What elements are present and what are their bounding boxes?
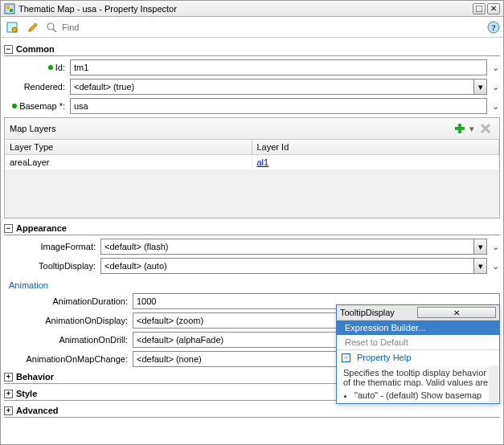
chevron-down-icon[interactable]: ⌄ bbox=[490, 82, 500, 92]
help-button[interactable]: ? bbox=[487, 21, 500, 34]
collapse-icon: − bbox=[4, 224, 13, 233]
collapse-icon: − bbox=[342, 353, 350, 362]
map-layers-table: Layer Type Layer Id areaLayer al1 bbox=[5, 140, 499, 169]
label-animationonmapchange: AnimationOnMapChange: bbox=[26, 354, 128, 364]
window-title: Thematic Map - usa - Property Inspector bbox=[18, 4, 471, 14]
popup-title-text: TooltipDisplay bbox=[340, 308, 417, 317]
cell-layer-type: areaLayer bbox=[5, 155, 252, 169]
map-layers-title: Map Layers bbox=[10, 124, 449, 133]
label-tooltipdisplay: TooltipDisplay: bbox=[39, 261, 96, 271]
section-appearance-header[interactable]: − Appearance bbox=[4, 222, 500, 235]
basemap-input[interactable]: usa bbox=[70, 98, 487, 114]
toolbar: ? bbox=[1, 17, 503, 38]
dropdown-arrow-icon[interactable]: ▾ bbox=[473, 239, 486, 254]
collapse-icon: − bbox=[4, 45, 13, 54]
row-id: Id: tm1 ⌄ bbox=[4, 59, 500, 76]
dropdown-arrow-icon[interactable]: ▾ bbox=[473, 259, 486, 273]
add-dropdown-arrow[interactable]: ▾ bbox=[469, 124, 474, 134]
modified-indicator bbox=[48, 65, 53, 70]
label-basemap: Basemap *: bbox=[19, 101, 65, 111]
label-imageformat: ImageFormat: bbox=[41, 242, 96, 251]
section-style-title: Style bbox=[16, 389, 37, 398]
col-layer-id[interactable]: Layer Id bbox=[252, 140, 500, 154]
layer-id-link[interactable]: al1 bbox=[257, 157, 269, 167]
delete-layer-button[interactable] bbox=[477, 120, 494, 137]
svg-line-7 bbox=[53, 29, 56, 32]
section-behavior-title: Behavior bbox=[16, 372, 54, 382]
maximize-button[interactable] bbox=[473, 3, 486, 14]
chevron-down-icon[interactable]: ⌄ bbox=[490, 63, 500, 73]
table-row[interactable]: areaLayer al1 bbox=[5, 155, 499, 169]
label-animationduration: AnimationDuration: bbox=[52, 296, 128, 306]
col-layer-type[interactable]: Layer Type bbox=[5, 140, 252, 154]
label-animationondrill: AnimationOnDrill: bbox=[59, 335, 128, 345]
tooltip-display-popup: TooltipDisplay ✕ Expression Builder... R… bbox=[336, 304, 500, 404]
label-rendered: Rendered: bbox=[24, 82, 65, 92]
rendered-select[interactable]: <default> (true) ▾ bbox=[70, 79, 487, 95]
scrollbar[interactable] bbox=[489, 365, 498, 402]
svg-rect-2 bbox=[10, 9, 13, 12]
popup-titlebar: TooltipDisplay ✕ bbox=[337, 305, 499, 320]
section-common-header[interactable]: − Common bbox=[4, 43, 500, 56]
svg-point-5 bbox=[12, 27, 17, 32]
row-imageformat: ImageFormat: <default> (flash) ▾ ⌄ bbox=[4, 239, 500, 255]
svg-text:?: ? bbox=[491, 22, 496, 32]
section-common-title: Common bbox=[16, 44, 55, 54]
menu-item-expression-builder[interactable]: Expression Builder... bbox=[337, 320, 499, 335]
edit-button[interactable] bbox=[25, 19, 41, 35]
search-icon bbox=[46, 22, 57, 33]
svg-rect-1 bbox=[6, 6, 10, 9]
row-rendered: Rendered: <default> (true) ▾ ⌄ bbox=[4, 79, 500, 95]
find-input[interactable] bbox=[60, 22, 141, 33]
id-input[interactable]: tm1 bbox=[70, 59, 487, 76]
expand-icon: + bbox=[4, 390, 13, 398]
svg-rect-3 bbox=[476, 6, 482, 12]
help-bullet: "auto" - (default) Show basemap bbox=[354, 390, 493, 400]
expand-icon: + bbox=[4, 406, 13, 415]
chevron-down-icon[interactable]: ⌄ bbox=[490, 101, 500, 112]
expand-icon: + bbox=[4, 373, 13, 382]
tooltipdisplay-select[interactable]: <default> (auto) ▾ bbox=[100, 258, 487, 274]
row-tooltipdisplay: TooltipDisplay: <default> (auto) ▾ ⌄ bbox=[4, 258, 500, 274]
dropdown-arrow-icon[interactable]: ▾ bbox=[473, 80, 486, 94]
close-button[interactable]: ✕ bbox=[487, 3, 500, 14]
popup-help-body: Specifies the tooltip display behavior o… bbox=[337, 365, 499, 403]
titlebar: Thematic Map - usa - Property Inspector … bbox=[1, 1, 503, 17]
menu-item-reset-default[interactable]: Reset to Default bbox=[337, 335, 499, 349]
section-advanced-header[interactable]: + Advanced bbox=[4, 404, 500, 418]
popup-help-header[interactable]: − Property Help bbox=[337, 349, 499, 365]
section-advanced-title: Advanced bbox=[16, 406, 59, 415]
svg-point-6 bbox=[47, 23, 54, 30]
svg-rect-11 bbox=[455, 127, 465, 130]
label-id: Id: bbox=[55, 63, 65, 72]
animation-subsection-title: Animation bbox=[9, 280, 500, 290]
section-appearance-title: Appearance bbox=[16, 223, 67, 233]
add-layer-button[interactable] bbox=[451, 120, 469, 137]
app-icon bbox=[4, 3, 15, 14]
popup-close-button[interactable]: ✕ bbox=[417, 307, 496, 318]
map-layers-panel: Map Layers ▾ Layer Type Layer Id areaLay… bbox=[4, 117, 500, 218]
find-box[interactable] bbox=[46, 22, 482, 33]
label-animationondisplay: AnimationOnDisplay: bbox=[45, 316, 128, 325]
modified-indicator bbox=[12, 104, 17, 108]
chevron-down-icon[interactable]: ⌄ bbox=[490, 261, 500, 271]
row-basemap: Basemap *: usa ⌄ bbox=[4, 98, 500, 114]
imageformat-select[interactable]: <default> (flash) ▾ bbox=[100, 239, 487, 255]
freeze-view-button[interactable] bbox=[4, 19, 20, 35]
chevron-down-icon[interactable]: ⌄ bbox=[490, 242, 500, 252]
